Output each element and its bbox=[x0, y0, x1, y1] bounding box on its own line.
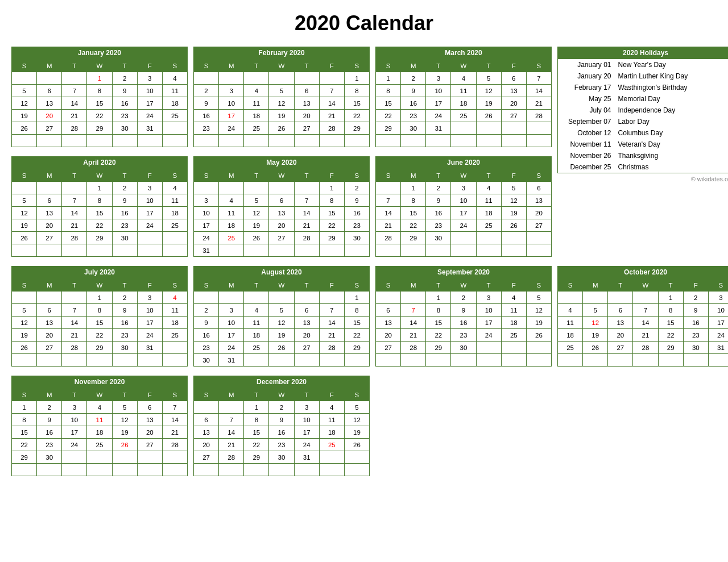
month-8: September 2020SMTWTFS1234567891011121314… bbox=[375, 266, 552, 367]
calendar-day: 12 bbox=[269, 317, 294, 329]
holiday-name: Wasthington's Birthday bbox=[615, 82, 729, 93]
holiday-name: Memorial Day bbox=[615, 93, 729, 105]
calendar-day bbox=[219, 292, 244, 304]
calendar-day bbox=[162, 451, 187, 464]
calendar-day: 19 bbox=[112, 426, 137, 439]
calendar-day: 11 bbox=[162, 85, 187, 97]
calendar-day: 27 bbox=[608, 342, 633, 354]
calendar-day: 10 bbox=[219, 317, 244, 329]
calendar-day: 18 bbox=[244, 110, 269, 122]
month-table-8: SMTWTFS123456789101112131415161718192021… bbox=[375, 278, 552, 367]
calendar-day: 19 bbox=[526, 317, 551, 329]
day-header: F bbox=[137, 279, 162, 292]
day-header: S bbox=[194, 389, 219, 401]
day-header: M bbox=[37, 60, 62, 72]
calendar-day bbox=[244, 292, 269, 304]
calendar-day: 29 bbox=[401, 232, 426, 244]
month-header-1: February 2020 bbox=[193, 47, 370, 59]
month-table-1: SMTWTFS123456789101112131415161718192021… bbox=[193, 59, 370, 147]
holiday-row: November 26Thanksgiving bbox=[558, 150, 729, 161]
calendar-day bbox=[583, 354, 608, 367]
calendar-day: 8 bbox=[87, 85, 112, 97]
calendar-day: 28 bbox=[219, 451, 244, 464]
calendar-day: 29 bbox=[426, 342, 451, 354]
calendar-day: 18 bbox=[244, 329, 269, 342]
calendar-day: 24 bbox=[137, 329, 162, 342]
calendar-day: 22 bbox=[376, 110, 401, 122]
calendar-day: 10 bbox=[137, 85, 162, 97]
calendar-day: 3 bbox=[137, 182, 162, 194]
calendar-day: 10 bbox=[451, 194, 476, 207]
calendar-day: 1 bbox=[319, 182, 344, 194]
calendar-day: 18 bbox=[162, 207, 187, 219]
calendar-day: 1 bbox=[426, 292, 451, 304]
calendar-day bbox=[112, 244, 137, 257]
day-header: W bbox=[451, 279, 476, 292]
month-table-11: SMTWTFS123456789101112131415161718192021… bbox=[193, 388, 370, 476]
calendar-day bbox=[37, 354, 62, 367]
calendar-day: 3 bbox=[219, 85, 244, 97]
calendar-day: 25 bbox=[244, 342, 269, 354]
calendar-day: 14 bbox=[633, 317, 658, 329]
calendar-day: 12 bbox=[12, 97, 37, 110]
calendar-day: 27 bbox=[526, 219, 551, 232]
calendar-day: 21 bbox=[319, 329, 344, 342]
calendar-day bbox=[451, 232, 476, 244]
calendar-day: 8 bbox=[401, 194, 426, 207]
day-header: S bbox=[12, 169, 37, 182]
holiday-name: Independence Day bbox=[615, 105, 729, 116]
calendar-day: 27 bbox=[37, 342, 62, 354]
calendar-day: 13 bbox=[137, 414, 162, 426]
day-header: M bbox=[219, 389, 244, 401]
calendar-day bbox=[426, 244, 451, 257]
holiday-row: July 04Independence Day bbox=[558, 105, 729, 116]
calendar-day: 13 bbox=[37, 207, 62, 219]
calendar-day: 6 bbox=[526, 182, 551, 194]
calendar-day: 3 bbox=[62, 401, 87, 414]
calendar-day: 26 bbox=[269, 122, 294, 135]
calendar-day bbox=[401, 244, 426, 257]
day-header: S bbox=[376, 279, 401, 292]
month-7: August 2020SMTWTFS1234567891011121314151… bbox=[193, 266, 370, 367]
calendar-day bbox=[194, 464, 219, 476]
calendar-day bbox=[526, 135, 551, 147]
calendar-day: 15 bbox=[87, 97, 112, 110]
calendar-day: 29 bbox=[658, 342, 683, 354]
calendar-day: 16 bbox=[37, 426, 62, 439]
calendar-day: 19 bbox=[344, 426, 369, 439]
calendar-day: 30 bbox=[426, 232, 451, 244]
calendar-day: 4 bbox=[319, 401, 344, 414]
copyright: © wikidates.org bbox=[557, 173, 728, 182]
day-header: W bbox=[269, 389, 294, 401]
day-header: T bbox=[426, 279, 451, 292]
calendar-day: 24 bbox=[219, 342, 244, 354]
day-header: T bbox=[62, 389, 87, 401]
calendar-day: 5 bbox=[583, 304, 608, 317]
calendar-day bbox=[476, 232, 501, 244]
day-header: T bbox=[62, 279, 87, 292]
day-header: S bbox=[162, 389, 187, 401]
calendar-day: 28 bbox=[62, 342, 87, 354]
day-header: S bbox=[12, 60, 37, 72]
calendar-day: 1 bbox=[244, 401, 269, 414]
calendar-day: 20 bbox=[37, 219, 62, 232]
calendar-day bbox=[344, 451, 369, 464]
calendar-day: 5 bbox=[526, 292, 551, 304]
calendar-day: 27 bbox=[137, 439, 162, 451]
day-header: S bbox=[376, 60, 401, 72]
calendar-day: 19 bbox=[269, 329, 294, 342]
calendar-day: 6 bbox=[376, 304, 401, 317]
calendar-day: 30 bbox=[344, 232, 369, 244]
day-header: T bbox=[426, 60, 451, 72]
calendar-day: 20 bbox=[608, 329, 633, 342]
calendar-day: 12 bbox=[12, 317, 37, 329]
calendar-day: 19 bbox=[12, 110, 37, 122]
calendar-day: 19 bbox=[244, 219, 269, 232]
calendar-day: 4 bbox=[244, 304, 269, 317]
calendar-day: 20 bbox=[376, 329, 401, 342]
calendar-day: 17 bbox=[137, 97, 162, 110]
month-table-10: SMTWTFS123456789101112131415161718192021… bbox=[11, 388, 188, 476]
calendar-day bbox=[401, 135, 426, 147]
calendar-day bbox=[294, 244, 319, 257]
calendar-day: 22 bbox=[344, 329, 369, 342]
